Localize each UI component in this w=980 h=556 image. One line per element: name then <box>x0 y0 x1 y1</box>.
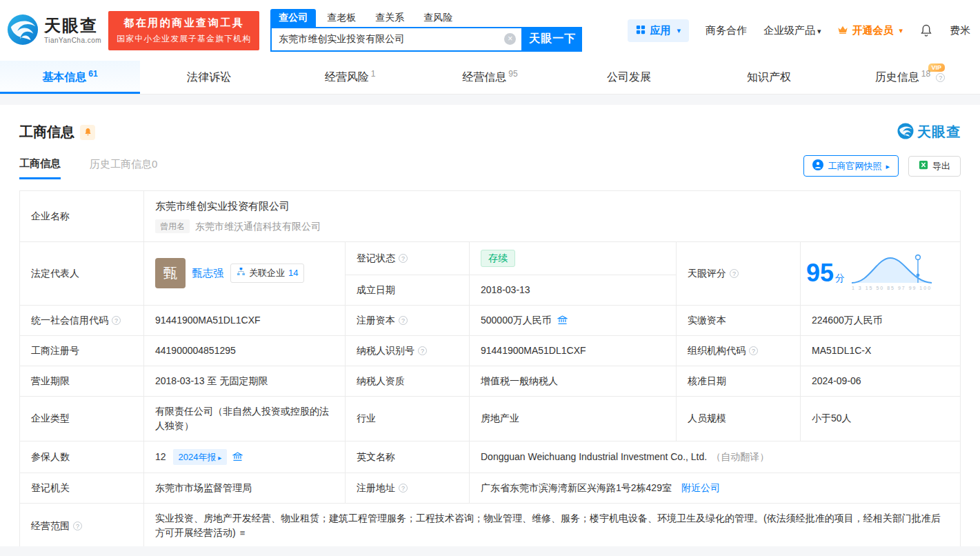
company-nav-tabs: 基本信息61 法律诉讼 经营风险1 经营信息95 公司发展 知识产权 VIP 历… <box>0 61 980 95</box>
annual-report-tag[interactable]: 2024年报 <box>173 449 228 466</box>
related-companies-tag[interactable]: 关联企业 14 <box>230 264 304 283</box>
search-area: 查公司 查老板 查关系 查风险 × 天眼一下 <box>270 10 582 52</box>
tab-basic-info[interactable]: 基本信息61 <box>0 61 140 94</box>
clear-search-icon[interactable]: × <box>504 33 516 45</box>
reg-status-cell: 存续 <box>470 241 677 275</box>
label-legal-rep: 法定代表人 <box>20 241 144 305</box>
open-vip-button[interactable]: 开通会员 <box>837 24 903 37</box>
top-nav: 应用 商务合作 企业级产品 开通会员 费米 <box>628 19 970 42</box>
label-company-type: 企业类型 <box>20 396 144 441</box>
credit-code-cell: 91441900MA51DL1CXF <box>144 305 346 335</box>
help-icon[interactable] <box>399 484 408 493</box>
establish-date-cell: 2018-03-13 <box>470 275 677 305</box>
related-companies-icon <box>237 266 246 280</box>
search-tab-relation[interactable]: 查关系 <box>367 9 412 27</box>
apps-menu-button[interactable]: 应用 <box>628 19 689 42</box>
label-taxpayer-quality: 纳税人资质 <box>346 366 470 396</box>
label-credit-code: 统一社会信用代码 <box>20 305 144 335</box>
search-tabs: 查公司 查老板 查关系 查风险 <box>270 10 582 27</box>
company-type-cell: 有限责任公司（非自然人投资或控股的法人独资） <box>144 396 346 441</box>
label-paid-capital: 实缴资本 <box>677 305 801 335</box>
help-icon[interactable] <box>730 269 739 278</box>
help-icon[interactable] <box>749 346 758 355</box>
user-menu[interactable]: 费米 <box>950 24 970 37</box>
section-brand-name: 天眼查 <box>917 123 961 141</box>
label-staff-size: 人员规模 <box>677 396 801 441</box>
search-input[interactable] <box>279 34 504 45</box>
label-insured-count: 参保人数 <box>20 441 144 473</box>
help-icon[interactable] <box>399 254 408 263</box>
label-establish-date: 成立日期 <box>346 275 470 305</box>
business-term-cell: 2018-03-13 至 无固定期限 <box>144 366 346 396</box>
help-icon[interactable] <box>112 316 121 325</box>
search-button[interactable]: 天眼一下 <box>523 27 582 52</box>
tab-intellectual-property[interactable]: 知识产权 <box>700 61 840 94</box>
legal-rep-cell: 甄 甄志强 关联企业 14 <box>144 241 346 305</box>
tab-history-info[interactable]: VIP 历史信息18 <box>840 61 980 94</box>
auto-translate-note: （自动翻译） <box>711 451 769 462</box>
capital-track-icon[interactable] <box>557 315 568 325</box>
nav-enterprise[interactable]: 企业级产品 <box>763 24 821 37</box>
industry-cell: 房地产业 <box>470 396 677 441</box>
table-row: 企业名称 东莞市维创实业投资有限公司 曾用名 东莞市维沃通信科技有限公司 <box>20 191 961 242</box>
reg-capital-cell: 500000万人民币 <box>470 305 677 335</box>
apps-grid-icon <box>636 25 646 37</box>
org-code-cell: MA51DL1C-X <box>801 335 961 366</box>
section-title: 工商信息 <box>19 123 74 141</box>
tab-operation-info[interactable]: 经营信息95 <box>420 61 560 94</box>
crown-icon <box>837 25 848 37</box>
promo-line1: 都在用的商业查询工具 <box>117 17 251 30</box>
former-name-tag: 曾用名 <box>155 219 190 233</box>
label-reg-authority: 登记机关 <box>20 473 144 504</box>
label-reg-address: 注册地址 <box>346 473 470 504</box>
reg-number-cell: 441900004851295 <box>144 335 346 366</box>
search-tab-company[interactable]: 查公司 <box>270 9 316 27</box>
english-name-cell: Dongguan Weichuang Industrial Investment… <box>470 441 961 473</box>
nearby-companies-link[interactable]: 附近公司 <box>681 482 720 493</box>
status-badge: 存续 <box>481 250 515 267</box>
tab-operation-risk[interactable]: 经营风险1 <box>280 61 420 94</box>
tab-company-development[interactable]: 公司发展 <box>560 61 700 94</box>
help-icon[interactable] <box>936 73 945 82</box>
help-icon[interactable] <box>73 522 82 530</box>
bottom-strip <box>0 546 980 556</box>
search-tab-risk[interactable]: 查风险 <box>415 9 461 27</box>
official-snapshot-button[interactable]: 工商官网快照 <box>803 155 899 177</box>
snapshot-person-icon <box>812 159 823 172</box>
taxpayer-id-cell: 91441900MA51DL1CXF <box>470 335 677 366</box>
table-row: 统一社会信用代码 91441900MA51DL1CXF 注册资本 500000万… <box>20 305 961 335</box>
notification-bell-icon[interactable] <box>919 23 933 37</box>
business-info-table: 企业名称 东莞市维创实业投资有限公司 曾用名 东莞市维沃通信科技有限公司 法定代… <box>19 190 961 548</box>
insured-count-cell: 122024年报 <box>144 441 346 473</box>
subtab-row: 工商信息 历史工商信息0 工商官网快照 导出 <box>19 155 961 181</box>
label-approval-date: 核准日期 <box>677 366 801 396</box>
table-row: 登记机关 东莞市市场监督管理局 注册地址 广东省东莞市滨海湾新区兴海路1号2栋4… <box>20 473 961 504</box>
tab-legal-proceedings[interactable]: 法律诉讼 <box>140 61 280 94</box>
legal-rep-name-link[interactable]: 甄志强 <box>192 266 223 281</box>
tianyancha-logo[interactable]: 天眼查 TianYanCha.com <box>7 14 101 48</box>
score-cell[interactable]: 95分 1 3 15 50 85 97 99 100 <box>801 241 961 305</box>
tianyancha-logo-icon <box>7 14 39 48</box>
top-header: 天眼查 TianYanCha.com 都在用的商业查询工具 国家中小企业发展子基… <box>0 0 980 61</box>
label-company-name: 企业名称 <box>20 191 144 242</box>
section-brand-logo: 天眼查 <box>897 123 961 141</box>
legal-rep-avatar[interactable]: 甄 <box>155 258 186 288</box>
label-org-code: 组织机构代码 <box>677 335 801 366</box>
export-button[interactable]: 导出 <box>908 156 961 177</box>
help-icon[interactable] <box>399 316 408 325</box>
search-tab-boss[interactable]: 查老板 <box>319 9 364 27</box>
help-icon[interactable] <box>418 346 427 355</box>
table-row: 企业类型 有限责任公司（非自然人投资或控股的法人独资） 行业 房地产业 人员规模… <box>20 396 961 441</box>
table-row: 工商注册号 441900004851295 纳税人识别号 91441900MA5… <box>20 335 961 366</box>
excel-icon <box>919 160 928 172</box>
subtab-business-info[interactable]: 工商信息 <box>19 157 61 179</box>
nav-cooperation[interactable]: 商务合作 <box>706 24 747 37</box>
brand-domain: TianYanCha.com <box>44 37 101 44</box>
insured-track-icon[interactable] <box>232 452 243 461</box>
label-business-term: 营业期限 <box>20 366 144 396</box>
subtab-history-business-info[interactable]: 历史工商信息0 <box>90 158 157 178</box>
table-row: 参保人数 122024年报 英文名称 Dongguan Weichuang In… <box>20 441 961 473</box>
subscribe-bell-icon[interactable] <box>80 125 95 140</box>
table-row: 营业期限 2018-03-13 至 无固定期限 纳税人资质 增值税一般纳税人 核… <box>20 366 961 396</box>
scope-expand-icon[interactable] <box>240 528 246 538</box>
